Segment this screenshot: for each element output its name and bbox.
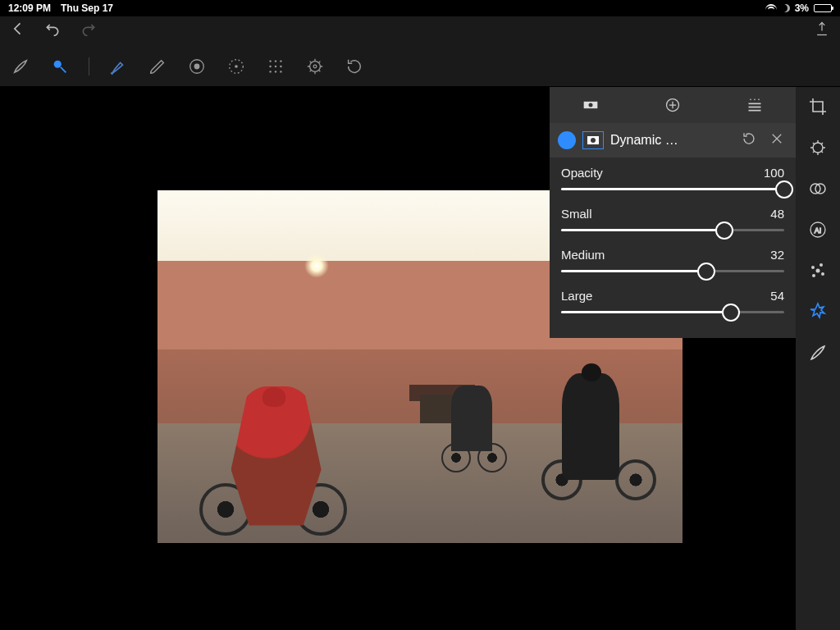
svg-point-12 [275, 71, 276, 72]
slider-opacity[interactable]: Opacity 100 [561, 166, 784, 190]
svg-point-6 [275, 60, 276, 62]
slider-label: Opacity [561, 166, 603, 180]
slider-value: 54 [770, 289, 784, 303]
svg-marker-35 [810, 304, 824, 317]
svg-point-2 [194, 64, 199, 69]
back-button[interactable] [10, 21, 26, 42]
slider-value: 48 [770, 207, 784, 221]
svg-point-19 [750, 99, 751, 101]
filter-close-icon[interactable] [766, 131, 788, 149]
svg-point-7 [280, 60, 281, 62]
tool-bar [0, 46, 840, 87]
svg-point-21 [758, 99, 760, 101]
svg-point-5 [269, 60, 271, 62]
export-button[interactable] [814, 20, 830, 43]
slider-value: 100 [764, 166, 784, 180]
svg-point-4 [235, 65, 238, 68]
svg-point-14 [310, 61, 321, 71]
brush-tool[interactable] [10, 56, 31, 77]
svg-rect-22 [749, 103, 761, 105]
wifi-icon [765, 4, 777, 12]
svg-rect-23 [749, 107, 761, 108]
svg-rect-24 [749, 110, 761, 112]
svg-point-10 [280, 65, 281, 66]
reset-tool[interactable] [344, 56, 365, 77]
svg-point-30 [811, 266, 815, 269]
scatter-tool[interactable] [806, 259, 829, 282]
svg-point-13 [280, 71, 281, 72]
paint-tool[interactable] [107, 56, 129, 77]
svg-point-17 [589, 103, 593, 107]
filter-mask-icon[interactable] [582, 131, 604, 149]
slider-small[interactable]: Small 48 [561, 207, 784, 231]
battery-percent: 3% [795, 2, 809, 14]
svg-point-32 [816, 269, 820, 273]
ai-tool[interactable]: AI [806, 218, 829, 241]
svg-point-31 [819, 263, 823, 267]
tool-divider [89, 57, 89, 75]
slider-label: Medium [561, 248, 605, 262]
filter-header: Dynamic … [550, 123, 796, 158]
svg-point-20 [754, 99, 756, 101]
svg-point-33 [812, 274, 815, 277]
undo-button[interactable] [43, 21, 62, 42]
status-bar: 12:09 PM Thu Sep 17 3% [0, 0, 840, 16]
svg-point-9 [275, 65, 276, 66]
radial-tool[interactable] [186, 56, 208, 77]
status-time: 12:09 PM [8, 2, 51, 14]
filter-reset-icon[interactable] [738, 131, 760, 149]
brush-panel-tool[interactable] [806, 341, 829, 364]
dotted-circle-tool[interactable] [226, 56, 247, 77]
adjust-tool[interactable] [806, 136, 829, 159]
svg-point-15 [313, 65, 317, 68]
grid-tool[interactable] [265, 56, 286, 77]
redo-button[interactable] [79, 21, 98, 42]
filter-color-dot[interactable] [558, 131, 576, 149]
panel-tabs [550, 87, 796, 123]
slider-label: Small [561, 207, 592, 221]
eraser-tool[interactable] [147, 56, 168, 77]
slider-label: Large [561, 289, 592, 303]
svg-point-34 [821, 272, 824, 276]
add-tab[interactable] [632, 87, 714, 123]
settings-tool[interactable] [304, 56, 326, 77]
gradient-tab[interactable] [714, 87, 796, 123]
status-date: Thu Sep 17 [61, 2, 113, 14]
svg-point-0 [54, 60, 62, 67]
mask-tab[interactable] [550, 87, 632, 123]
filter-title[interactable]: Dynamic … [610, 133, 732, 148]
nav-bar [0, 16, 840, 46]
right-toolbar: AI [796, 87, 840, 630]
svg-text:AI: AI [815, 226, 822, 235]
slider-large[interactable]: Large 54 [561, 289, 784, 313]
svg-point-11 [269, 71, 271, 72]
dnd-moon-icon [782, 4, 790, 12]
battery-icon [814, 4, 832, 12]
slider-medium[interactable]: Medium 32 [561, 248, 784, 272]
crop-tool[interactable] [806, 95, 829, 118]
overlay-tool[interactable] [806, 177, 829, 200]
slider-value: 32 [770, 248, 784, 262]
sliders-section: Opacity 100 Small 48 Medium 32 [550, 158, 796, 338]
svg-point-8 [269, 65, 271, 66]
filter-panel: Dynamic … Opacity 100 Small 48 [550, 87, 796, 338]
fx-tool[interactable] [806, 300, 829, 323]
magic-wand-tool[interactable] [49, 56, 71, 77]
